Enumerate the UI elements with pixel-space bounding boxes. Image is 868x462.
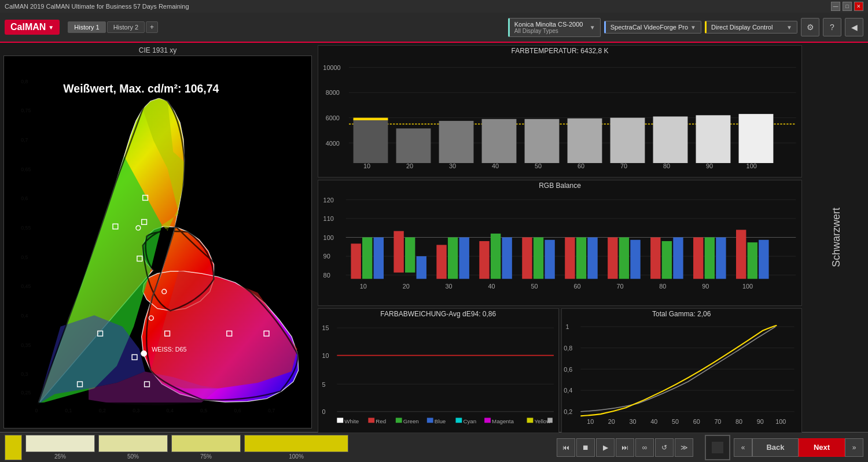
svg-rect-62 [525,119,560,163]
nav-next-next-button[interactable]: » [845,438,863,457]
farbabweichung-chart: FARBABWEICHUNG-Avg dE94: 0,86 15 10 5 0 [318,308,559,433]
titlebar: CalMAN 2019 CalMAN Ultimate for Business… [0,0,868,13]
svg-text:10: 10 [322,352,329,358]
svg-text:50: 50 [531,282,538,289]
next-button[interactable]: Next [799,438,845,457]
svg-rect-141 [337,417,343,423]
nav-prev-prev-button[interactable]: « [734,438,752,457]
history-tab-1[interactable]: History 1 [68,21,105,33]
skip-button[interactable]: ⏭ [616,438,634,457]
cie-panel: CIE 1931 xy 0,8 0,75 0,7 0,65 0,6 0,55 0… [0,43,315,432]
meter-dropdown[interactable]: Konica Minolta CS-2000 All Display Types… [508,18,601,37]
svg-text:0,8: 0,8 [564,344,572,351]
svg-rect-29 [4,67,35,416]
svg-rect-106 [565,237,575,279]
svg-text:40: 40 [492,162,499,169]
display-dropdown[interactable]: Direct Display Control ▼ [705,21,797,34]
rgb-balance-title: RGB Balance [318,180,801,191]
svg-text:6000: 6000 [326,114,340,121]
refresh-button[interactable]: ↺ [655,438,674,457]
svg-rect-108 [587,237,597,279]
svg-text:20: 20 [406,162,413,169]
svg-text:50: 50 [535,162,542,169]
page-nav-controls: « Back Next » [734,438,863,457]
loop-button[interactable]: ∞ [635,438,654,457]
svg-rect-68 [354,118,388,120]
back-button[interactable]: Back [752,438,799,457]
svg-text:20: 20 [403,282,410,289]
settings-icon: ⚙ [807,23,814,32]
svg-rect-111 [630,240,640,279]
svg-rect-117 [716,237,726,279]
svg-rect-59 [396,128,431,163]
svg-point-45 [141,351,147,357]
svg-rect-92 [362,237,372,279]
svg-rect-96 [417,256,426,279]
svg-rect-79 [321,191,799,304]
svg-text:10: 10 [360,282,367,289]
svg-text:10: 10 [587,418,594,425]
thumbnail-nav[interactable] [705,435,730,460]
svg-text:40: 40 [488,282,495,289]
collapse-button[interactable]: ◀ [845,18,863,36]
svg-text:100: 100 [775,418,786,425]
maximize-button[interactable]: □ [843,2,852,11]
help-button[interactable]: ? [823,18,841,36]
svg-text:90: 90 [323,253,330,260]
svg-text:100: 100 [742,282,753,289]
svg-text:90: 90 [706,162,713,169]
svg-rect-67 [739,114,774,163]
more-button[interactable]: ≫ [675,438,693,457]
swatch-100[interactable] [244,435,348,452]
svg-text:Weißwert, Max. cd/m²: 106,74: Weißwert, Max. cd/m²: 106,74 [63,82,219,95]
svg-text:30: 30 [449,162,456,169]
svg-rect-64 [610,118,645,163]
svg-rect-91 [351,243,361,279]
svg-rect-98 [448,237,458,279]
titlebar-controls: — □ ✕ [831,2,863,11]
svg-text:80: 80 [735,418,742,425]
svg-rect-145 [396,417,402,423]
svg-rect-101 [491,234,501,279]
svg-text:10: 10 [363,162,370,169]
right-panel: FARBTEMPERATUR: 6432,8 K 10000 8000 6000… [315,43,804,432]
svg-text:90: 90 [756,418,763,425]
svg-rect-66 [696,115,731,163]
swatch-yellow-small[interactable] [5,435,22,460]
back-label: Back [766,443,784,452]
svg-text:0,2: 0,2 [564,408,572,415]
svg-rect-113 [662,241,672,279]
svg-text:Cyan: Cyan [463,418,476,424]
svg-rect-95 [405,237,415,272]
svg-rect-143 [368,417,374,423]
stop-button[interactable]: ⏹ [576,438,595,457]
swatch-75-container: 75% [171,435,241,460]
farbtemperatur-title: FARBTEMPERATUR: 6432,8 K [318,46,801,56]
display-dropdown-text: Direct Display Control [711,24,773,31]
svg-rect-100 [479,241,489,279]
gamma-chart: Total Gamma: 2,06 1 0,8 0,6 0,4 0,2 [561,308,803,433]
settings-button[interactable]: ⚙ [801,18,819,36]
source-dropdown[interactable]: SpectraCal VideoForge Pro ▼ [604,21,701,34]
svg-rect-151 [484,417,491,423]
add-history-tab-button[interactable]: + [146,21,158,33]
source-dropdown-text: SpectraCal VideoForge Pro [610,24,688,31]
play-button[interactable]: ▶ [596,438,615,457]
farbtemperatur-chart: FARBTEMPERATUR: 6432,8 K 10000 8000 6000… [318,45,802,178]
swatch-75[interactable] [171,435,241,452]
svg-rect-153 [527,417,534,423]
svg-rect-118 [736,230,746,279]
swatch-25[interactable] [25,435,95,452]
svg-rect-61 [482,119,517,163]
svg-text:80: 80 [323,272,330,279]
main-area: CIE 1931 xy 0,8 0,75 0,7 0,65 0,6 0,55 0… [0,43,868,432]
history-tab-2[interactable]: History 2 [107,21,145,33]
rewind-to-start-button[interactable]: ⏮ [557,438,575,457]
minimize-button[interactable]: — [831,2,840,11]
svg-text:20: 20 [608,418,615,425]
svg-rect-107 [576,237,586,279]
close-button[interactable]: ✕ [854,2,863,11]
svg-text:White: White [344,418,359,424]
swatch-50[interactable] [98,435,168,452]
rgb-balance-chart: RGB Balance 120 110 100 90 80 [318,180,802,306]
